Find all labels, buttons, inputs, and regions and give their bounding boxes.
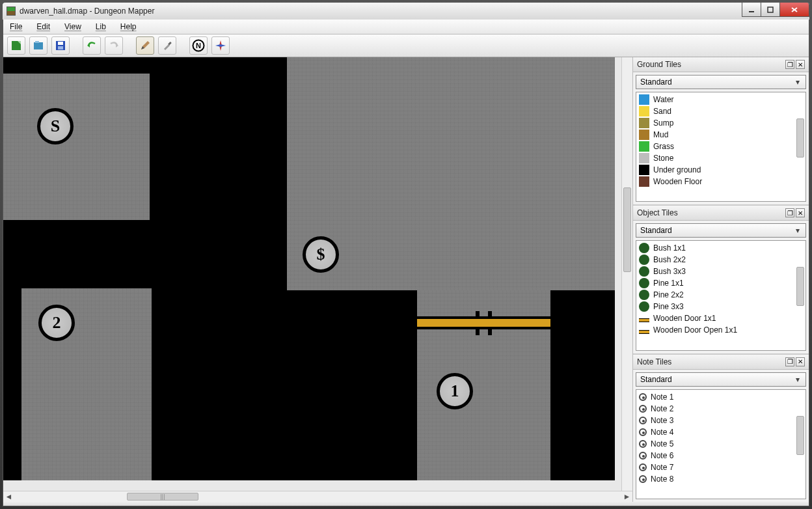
object-list[interactable]: Bush 1x1Bush 2x2Bush 3x3Pine 1x1Pine 2x2… [636,240,806,350]
toolbar: N [3,34,809,57]
scrollbar-thumb[interactable] [796,416,804,455]
list-item-label: Note 1 [651,392,673,402]
list-item-label: Note 8 [651,475,673,484]
list-item[interactable]: Note 7 [636,461,805,473]
list-item[interactable]: Bush 1x1 [636,242,805,254]
app-window: dwarven_hall.dmap - Dungeon Mapper File … [0,0,812,509]
list-item[interactable]: Bush 2x2 [636,254,805,266]
undo-button[interactable] [83,36,101,55]
list-item[interactable]: Note 6 [636,450,805,461]
list-item[interactable]: Note 5 [636,438,805,450]
panel-note-float-icon[interactable]: ❐ [785,357,794,366]
svg-rect-7 [35,41,39,43]
list-item-label: Wooden Door Open 1x1 [653,325,737,335]
bush-icon [639,266,649,277]
marker-dollar[interactable]: $ [303,236,339,273]
panel-object-float-icon[interactable]: ❐ [785,208,794,217]
list-item-label: Water [653,95,674,104]
minimize-button[interactable] [742,3,761,17]
note-list[interactable]: Note 1Note 2Note 3Note 4Note 5Note 6Note… [636,389,806,499]
object-set-combo[interactable]: Standard ▾ [636,223,806,238]
canvas-hscroll[interactable]: ◄ ||| ► [3,491,632,502]
menu-edit[interactable]: Edit [34,21,53,33]
list-item[interactable]: Note 8 [636,473,805,485]
menu-file[interactable]: File [7,21,25,33]
note-icon [639,452,647,460]
picker-button[interactable] [158,36,176,55]
svg-rect-9 [58,42,63,45]
chevron-down-icon: ▾ [792,375,803,384]
list-item[interactable]: Note 1 [636,391,805,403]
list-item[interactable]: Pine 2x2 [636,289,805,301]
redo-button[interactable] [105,36,123,55]
panel-object: Object Tiles ❐ ✕ Standard ▾ Bush 1x1Bush… [633,206,809,354]
bush-icon [639,301,649,312]
list-item[interactable]: Sump [636,117,805,129]
statusbar [3,502,809,506]
list-item[interactable]: Note 4 [636,426,805,438]
list-item[interactable]: Water [636,94,805,105]
list-item-label: Mud [653,130,668,139]
new-button[interactable] [7,36,25,55]
list-item-label: Bush 3x3 [653,267,686,276]
color-swatch [639,118,649,128]
list-item[interactable]: Note 2 [636,403,805,415]
app-icon [7,7,16,16]
close-button[interactable] [779,3,809,17]
ground-list[interactable]: WaterSandSumpMudGrassStoneUnder groundWo… [636,92,806,202]
brush-button[interactable] [136,36,154,55]
note-icon [639,463,647,471]
list-item[interactable]: Bush 3x3 [636,266,805,277]
list-item-label: Pine 2x2 [653,290,684,299]
list-item-label: Note 2 [651,404,673,413]
ground-set-combo[interactable]: Standard ▾ [636,75,806,89]
marker-s[interactable]: S [37,108,74,144]
color-swatch [639,165,649,175]
titlebar[interactable]: dwarven_hall.dmap - Dungeon Mapper [3,3,809,20]
list-item[interactable]: Wooden Door Open 1x1 [636,324,805,336]
list-item-label: Sump [653,118,673,128]
color-swatch [639,141,649,152]
maximize-button[interactable] [761,3,780,17]
list-item[interactable]: Sand [636,105,805,117]
list-item[interactable]: Pine 3x3 [636,301,805,312]
list-item[interactable]: Mud [636,129,805,141]
side-panels: Ground Tiles ❐ ✕ Standard ▾ WaterSandSum… [633,57,809,502]
svg-rect-1 [768,7,773,12]
svg-marker-19 [215,44,226,47]
canvas-vscroll[interactable] [621,57,632,491]
list-item[interactable]: Note 3 [636,415,805,426]
compass-rose-button[interactable] [211,36,230,55]
list-item[interactable]: Grass [636,141,805,152]
compass-n-button[interactable]: N [189,36,208,55]
panel-ground-close-icon[interactable]: ✕ [796,60,805,69]
scrollbar-thumb[interactable] [796,267,804,306]
note-icon [639,428,647,436]
save-button[interactable] [51,36,70,55]
marker-1[interactable]: 1 [437,373,473,409]
list-item[interactable]: Under ground [636,164,805,176]
scrollbar-thumb[interactable] [796,118,804,158]
menu-view[interactable]: View [62,21,84,33]
list-item-label: Stone [653,154,673,163]
chevron-down-icon: ▾ [792,226,803,235]
map-canvas[interactable]: S $ 2 1 [3,57,632,491]
panel-object-close-icon[interactable]: ✕ [796,208,805,217]
door-icon [639,318,649,322]
open-button[interactable] [29,36,47,55]
list-item[interactable]: Pine 1x1 [636,277,805,289]
list-item[interactable]: Wooden Floor [636,176,805,187]
note-set-combo[interactable]: Standard ▾ [636,372,806,387]
marker-2[interactable]: 2 [38,305,75,341]
menu-lib[interactable]: Lib [93,21,109,33]
list-item-label: Grass [653,142,674,151]
menu-help[interactable]: Help [118,21,139,33]
panel-note-title: Note Tiles [637,357,784,366]
chevron-down-icon: ▾ [792,77,803,87]
panel-ground-float-icon[interactable]: ❐ [785,60,794,69]
door-icon [639,330,649,334]
list-item[interactable]: Wooden Door 1x1 [636,312,805,324]
list-item[interactable]: Stone [636,152,805,164]
canvas-wrap: S $ 2 1 ◄ ||| ► [3,57,633,502]
panel-note-close-icon[interactable]: ✕ [796,357,805,366]
